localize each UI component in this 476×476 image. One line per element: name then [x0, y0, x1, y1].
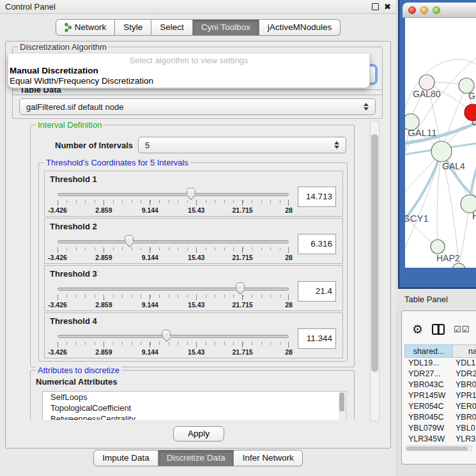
threshold-3-value-field[interactable]: 21.4: [298, 281, 336, 302]
slider-thumb[interactable]: [125, 235, 134, 246]
threshold-label: Threshold 2: [50, 222, 97, 231]
gear-icon[interactable]: ⚙: [412, 323, 423, 335]
cyni-content-panel: Discretization Algorithm Table Data galF…: [5, 41, 391, 449]
column-header-shared[interactable]: shared...: [404, 344, 453, 358]
menu-item-equal-width-frequency[interactable]: Equal Width/Frequency Discretization: [10, 76, 153, 86]
node-gal80: [419, 75, 434, 90]
column-header-name[interactable]: na: [453, 344, 476, 358]
threshold-1-value-field[interactable]: 14.713: [298, 187, 336, 207]
interval-definition-group: Interval Definition Number of Intervals …: [30, 125, 355, 367]
close-icon[interactable]: ✖: [384, 3, 391, 11]
slider-thumb[interactable]: [187, 188, 196, 199]
panel-titlebar: Control Panel ✖: [0, 0, 396, 14]
menu-item-manual-discretization[interactable]: Manual Discretization: [10, 66, 98, 75]
slider-thumb[interactable]: [236, 282, 245, 293]
group-title: Attributes to discretize: [36, 365, 121, 375]
popup-hint: Select algorithm to view settings: [8, 56, 369, 65]
tab-infer-network[interactable]: Infer Network: [234, 450, 302, 466]
titlebar-icons: ✖: [372, 3, 391, 11]
threshold-2-box: Threshold 2 -3.426 2.859 9.144 15.43 21.…: [44, 218, 343, 264]
slider-ticks: [58, 342, 289, 348]
settings-viewport: Interval Definition Number of Intervals …: [12, 121, 357, 420]
table-row[interactable]: YLR345WYLR3: [404, 434, 476, 445]
number-of-intervals-value: 5: [145, 141, 150, 150]
close-traffic-icon[interactable]: [408, 6, 416, 14]
threshold-2-slider[interactable]: -3.426 2.859 9.144 15.43 21.715 28: [58, 235, 289, 262]
table-body[interactable]: YDL19...YDL1 YDR27...YDR2 YBR043CYBR0 YP…: [404, 358, 476, 446]
tab-network[interactable]: Network: [56, 19, 116, 36]
threshold-4-value-field[interactable]: 11.344: [298, 328, 336, 349]
slider-track[interactable]: [58, 335, 289, 338]
network-window-titlebar: [403, 3, 476, 18]
threshold-coordinates-group: Threshold's Coordinates for 5 Intervals …: [38, 162, 348, 362]
node-label: C: [472, 117, 476, 127]
table-panel-bar: Table Panel: [396, 289, 476, 310]
threshold-label: Threshold 1: [50, 174, 97, 184]
table-row[interactable]: YER054CYER0: [404, 401, 476, 412]
algorithm-dropdown-popup: Select algorithm to view settings Manual…: [8, 54, 370, 88]
node-label: HAP2: [436, 253, 460, 263]
tab-style[interactable]: Style: [115, 19, 151, 36]
minimize-traffic-icon[interactable]: [420, 6, 428, 14]
threshold-4-slider[interactable]: -3.426 2.859 9.144 15.43 21.715 28: [58, 330, 289, 357]
threshold-2-value-field[interactable]: 6.316: [298, 234, 336, 254]
table-row[interactable]: YDR27...YDR2: [404, 369, 476, 380]
group-title: Interval Definition: [36, 121, 104, 130]
control-panel: Control Panel ✖ Network Style Select Cyn…: [0, 0, 397, 476]
slider-tick-labels: -3.426 2.859 9.144 15.43 21.715 28: [58, 206, 289, 214]
apply-row: Apply: [6, 426, 392, 441]
settings-scrollbar-thumb[interactable]: [371, 134, 378, 372]
attributes-group: Attributes to discretize Numerical Attri…: [30, 370, 355, 420]
tab-select[interactable]: Select: [151, 19, 193, 36]
zoom-traffic-icon[interactable]: [433, 6, 440, 14]
table-data-combobox-value: galFiltered.sif default node: [26, 102, 123, 112]
apply-button[interactable]: Apply: [173, 426, 224, 441]
table-row[interactable]: YBR043CYBR0: [404, 380, 476, 390]
settings-scrollbar[interactable]: [370, 121, 380, 421]
combo-stepper-icon: [334, 141, 339, 149]
tab-network-label: Network: [75, 20, 107, 35]
table-row[interactable]: YPR145WYPR1: [404, 390, 476, 401]
bottom-tab-bar: Impute Data Discretize Data Infer Networ…: [0, 450, 396, 466]
tab-discretize-data[interactable]: Discretize Data: [158, 450, 234, 466]
number-of-intervals-label: Number of Intervals: [55, 141, 133, 150]
tab-jactivemnodules[interactable]: jActiveMNodules: [259, 19, 341, 36]
tab-cyni-toolbox[interactable]: Cyni Toolbox: [193, 19, 259, 36]
list-scrollbar[interactable]: [339, 392, 345, 420]
node-label: GAL11: [408, 127, 437, 138]
slider-track[interactable]: [58, 240, 289, 243]
threshold-1-slider[interactable]: -3.426 2.859 9.144 15.43 21.715 28: [58, 188, 289, 215]
split-pane-icon[interactable]: [432, 324, 445, 335]
network-canvas[interactable]: GAL80 G. C GAL11 GAL4 GCY1 H HAP2: [405, 18, 476, 268]
combo-stepper-icon: [364, 103, 369, 111]
slider-thumb[interactable]: [162, 330, 171, 341]
checkbox-icons[interactable]: ☑☑: [454, 325, 470, 334]
threshold-3-slider[interactable]: -3.426 2.859 9.144 15.43 21.715 28: [58, 282, 289, 309]
list-item[interactable]: SelfLoops: [43, 392, 346, 403]
table-data-combobox[interactable]: galFiltered.sif default node: [19, 98, 376, 115]
list-item[interactable]: BetweennessCentrality: [43, 413, 346, 420]
node-gal4: [431, 141, 452, 162]
numerical-attributes-list[interactable]: SelfLoops TopologicalCoefficient Between…: [42, 391, 346, 420]
slider-tick-labels: -3.426 2.859 9.144 15.43 21.715 28: [58, 348, 289, 356]
float-window-icon[interactable]: [372, 3, 379, 10]
threshold-1-box: Threshold 1 -3.426 2.859 9.144 15.43 21.…: [44, 171, 343, 217]
slider-track[interactable]: [58, 288, 289, 291]
slider-track[interactable]: [58, 193, 289, 196]
slider-tick-labels: -3.426 2.859 9.144 15.43 21.715 28: [58, 301, 289, 309]
table-row[interactable]: YBL079WYBL0: [404, 423, 476, 434]
list-item[interactable]: TopologicalCoefficient: [43, 403, 346, 413]
table-row[interactable]: YDL19...YDL1: [404, 358, 476, 369]
node-label: GCY1: [405, 213, 429, 224]
node-label: G.: [468, 91, 476, 101]
table-horizontal-scrollbar[interactable]: [405, 445, 473, 451]
slider-ticks: [58, 295, 289, 300]
table-toolbar: ⚙ ☑☑: [402, 318, 476, 341]
group-title: Discretization Algorithm: [18, 42, 109, 52]
table-row[interactable]: YBR045CYBR0: [404, 412, 476, 423]
table-header-row: shared... na: [404, 344, 476, 358]
node-bottom: [452, 263, 465, 268]
number-of-intervals-combobox[interactable]: 5: [138, 137, 346, 153]
table-horizontal-scrollbar-thumb[interactable]: [406, 447, 468, 450]
tab-impute-data[interactable]: Impute Data: [93, 450, 158, 466]
